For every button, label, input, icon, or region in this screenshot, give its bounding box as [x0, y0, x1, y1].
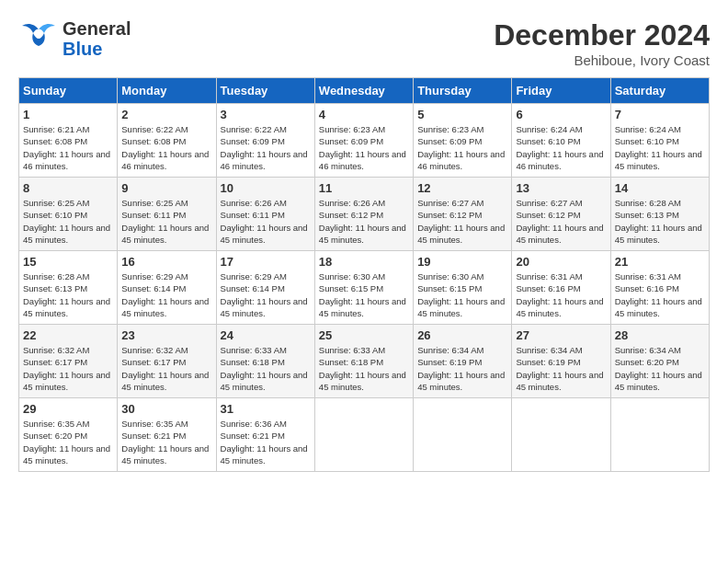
day-info: Sunrise: 6:26 AMSunset: 6:11 PMDaylight:…: [221, 198, 308, 245]
day-info: Sunrise: 6:34 AMSunset: 6:19 PMDaylight:…: [417, 345, 505, 392]
calendar-cell: 26 Sunrise: 6:34 AMSunset: 6:19 PMDaylig…: [414, 325, 512, 398]
day-info: Sunrise: 6:29 AMSunset: 6:14 PMDaylight:…: [121, 271, 209, 318]
calendar-cell: 24 Sunrise: 6:33 AMSunset: 6:18 PMDaylig…: [216, 325, 314, 398]
day-info: Sunrise: 6:22 AMSunset: 6:09 PMDaylight:…: [221, 124, 308, 171]
day-number: 27: [516, 328, 606, 342]
day-number: 23: [121, 328, 211, 342]
logo: General Blue: [18, 18, 131, 59]
day-info: Sunrise: 6:28 AMSunset: 6:13 PMDaylight:…: [23, 271, 110, 318]
day-info: Sunrise: 6:25 AMSunset: 6:10 PMDaylight:…: [23, 198, 110, 245]
calendar-cell: 9 Sunrise: 6:25 AMSunset: 6:11 PMDayligh…: [118, 178, 216, 251]
day-number: 18: [319, 255, 409, 269]
day-info: Sunrise: 6:23 AMSunset: 6:09 PMDaylight:…: [319, 124, 406, 171]
day-number: 16: [121, 255, 211, 269]
day-info: Sunrise: 6:27 AMSunset: 6:12 PMDaylight:…: [516, 198, 603, 245]
calendar-cell: [414, 398, 512, 472]
day-info: Sunrise: 6:29 AMSunset: 6:14 PMDaylight:…: [221, 271, 308, 318]
day-info: Sunrise: 6:30 AMSunset: 6:15 PMDaylight:…: [417, 271, 505, 318]
calendar-cell: [512, 398, 610, 472]
day-number: 28: [615, 328, 705, 342]
day-info: Sunrise: 6:24 AMSunset: 6:10 PMDaylight:…: [615, 124, 702, 171]
calendar-cell: 23 Sunrise: 6:32 AMSunset: 6:17 PMDaylig…: [118, 325, 216, 398]
calendar-table: Sunday Monday Tuesday Wednesday Thursday…: [18, 77, 710, 472]
day-number: 14: [615, 181, 705, 195]
calendar-cell: 16 Sunrise: 6:29 AMSunset: 6:14 PMDaylig…: [118, 251, 216, 325]
day-number: 8: [23, 181, 113, 195]
logo-general: General: [63, 18, 131, 39]
day-info: Sunrise: 6:30 AMSunset: 6:15 PMDaylight:…: [319, 271, 406, 318]
day-number: 21: [615, 255, 705, 269]
location-subtitle: Behiboue, Ivory Coast: [494, 52, 710, 68]
day-info: Sunrise: 6:35 AMSunset: 6:20 PMDaylight:…: [23, 419, 110, 465]
calendar-cell: 30 Sunrise: 6:35 AMSunset: 6:21 PMDaylig…: [118, 398, 216, 472]
day-number: 3: [221, 108, 311, 121]
day-number: 6: [516, 108, 606, 121]
col-monday: Monday: [118, 78, 216, 104]
day-number: 10: [221, 181, 311, 195]
day-info: Sunrise: 6:25 AMSunset: 6:11 PMDaylight:…: [121, 198, 209, 245]
calendar-cell: 6 Sunrise: 6:24 AMSunset: 6:10 PMDayligh…: [512, 104, 610, 178]
day-number: 24: [221, 328, 311, 342]
calendar-cell: 10 Sunrise: 6:26 AMSunset: 6:11 PMDaylig…: [216, 178, 314, 251]
calendar-cell: 19 Sunrise: 6:30 AMSunset: 6:15 PMDaylig…: [414, 251, 512, 325]
day-info: Sunrise: 6:24 AMSunset: 6:10 PMDaylight:…: [516, 124, 603, 171]
day-info: Sunrise: 6:36 AMSunset: 6:21 PMDaylight:…: [221, 419, 308, 465]
day-number: 26: [417, 328, 507, 342]
title-area: December 2024 Behiboue, Ivory Coast: [494, 18, 710, 68]
day-number: 9: [121, 181, 211, 195]
calendar-cell: 18 Sunrise: 6:30 AMSunset: 6:15 PMDaylig…: [314, 251, 413, 325]
day-info: Sunrise: 6:35 AMSunset: 6:21 PMDaylight:…: [121, 419, 209, 465]
day-number: 2: [121, 108, 211, 121]
col-tuesday: Tuesday: [216, 78, 314, 104]
day-number: 31: [221, 402, 311, 416]
day-info: Sunrise: 6:28 AMSunset: 6:13 PMDaylight:…: [615, 198, 702, 245]
day-info: Sunrise: 6:27 AMSunset: 6:12 PMDaylight:…: [417, 198, 505, 245]
day-number: 1: [23, 108, 113, 121]
day-info: Sunrise: 6:33 AMSunset: 6:18 PMDaylight:…: [319, 345, 406, 392]
calendar-header-row: Sunday Monday Tuesday Wednesday Thursday…: [19, 78, 710, 104]
calendar-cell: 29 Sunrise: 6:35 AMSunset: 6:20 PMDaylig…: [19, 398, 118, 472]
col-thursday: Thursday: [414, 78, 512, 104]
calendar-cell: 17 Sunrise: 6:29 AMSunset: 6:14 PMDaylig…: [216, 251, 314, 325]
calendar-cell: 28 Sunrise: 6:34 AMSunset: 6:20 PMDaylig…: [610, 325, 709, 398]
day-info: Sunrise: 6:34 AMSunset: 6:19 PMDaylight:…: [516, 345, 603, 392]
calendar-cell: 25 Sunrise: 6:33 AMSunset: 6:18 PMDaylig…: [314, 325, 413, 398]
calendar-cell: 13 Sunrise: 6:27 AMSunset: 6:12 PMDaylig…: [512, 178, 610, 251]
calendar-cell: 11 Sunrise: 6:26 AMSunset: 6:12 PMDaylig…: [314, 178, 413, 251]
logo-blue: Blue: [63, 39, 102, 59]
calendar-cell: 15 Sunrise: 6:28 AMSunset: 6:13 PMDaylig…: [19, 251, 118, 325]
day-info: Sunrise: 6:32 AMSunset: 6:17 PMDaylight:…: [121, 345, 209, 392]
col-friday: Friday: [512, 78, 610, 104]
calendar-cell: 3 Sunrise: 6:22 AMSunset: 6:09 PMDayligh…: [216, 104, 314, 178]
calendar-cell: [610, 398, 709, 472]
page-header: General Blue December 2024 Behiboue, Ivo…: [18, 18, 710, 68]
calendar-cell: 8 Sunrise: 6:25 AMSunset: 6:10 PMDayligh…: [19, 178, 118, 251]
day-number: 12: [417, 181, 507, 195]
col-saturday: Saturday: [610, 78, 709, 104]
calendar-cell: 31 Sunrise: 6:36 AMSunset: 6:21 PMDaylig…: [216, 398, 314, 472]
day-number: 30: [121, 402, 211, 416]
calendar-cell: [314, 398, 413, 472]
day-number: 13: [516, 181, 606, 195]
day-info: Sunrise: 6:34 AMSunset: 6:20 PMDaylight:…: [615, 345, 702, 392]
day-info: Sunrise: 6:26 AMSunset: 6:12 PMDaylight:…: [319, 198, 406, 245]
day-number: 29: [23, 402, 113, 416]
day-info: Sunrise: 6:31 AMSunset: 6:16 PMDaylight:…: [615, 271, 702, 318]
day-number: 15: [23, 255, 113, 269]
calendar-cell: 12 Sunrise: 6:27 AMSunset: 6:12 PMDaylig…: [414, 178, 512, 251]
day-number: 11: [319, 181, 409, 195]
calendar-week-row: 22 Sunrise: 6:32 AMSunset: 6:17 PMDaylig…: [19, 325, 710, 398]
day-number: 17: [221, 255, 311, 269]
calendar-cell: 4 Sunrise: 6:23 AMSunset: 6:09 PMDayligh…: [314, 104, 413, 178]
calendar-cell: 21 Sunrise: 6:31 AMSunset: 6:16 PMDaylig…: [610, 251, 709, 325]
month-year-title: December 2024: [494, 18, 710, 52]
day-info: Sunrise: 6:31 AMSunset: 6:16 PMDaylight:…: [516, 271, 603, 318]
calendar-cell: 27 Sunrise: 6:34 AMSunset: 6:19 PMDaylig…: [512, 325, 610, 398]
day-info: Sunrise: 6:32 AMSunset: 6:17 PMDaylight:…: [23, 345, 110, 392]
day-info: Sunrise: 6:23 AMSunset: 6:09 PMDaylight:…: [417, 124, 505, 171]
day-info: Sunrise: 6:21 AMSunset: 6:08 PMDaylight:…: [23, 124, 110, 171]
calendar-week-row: 15 Sunrise: 6:28 AMSunset: 6:13 PMDaylig…: [19, 251, 710, 325]
calendar-week-row: 29 Sunrise: 6:35 AMSunset: 6:20 PMDaylig…: [19, 398, 710, 472]
day-number: 7: [615, 108, 705, 121]
calendar-cell: 7 Sunrise: 6:24 AMSunset: 6:10 PMDayligh…: [610, 104, 709, 178]
